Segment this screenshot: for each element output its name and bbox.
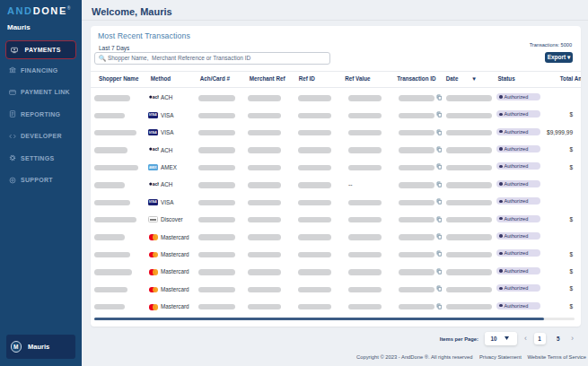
svg-text:ach: ach [152,181,159,187]
svg-text:ach: ach [152,94,159,100]
svg-text:ach: ach [152,146,159,152]
